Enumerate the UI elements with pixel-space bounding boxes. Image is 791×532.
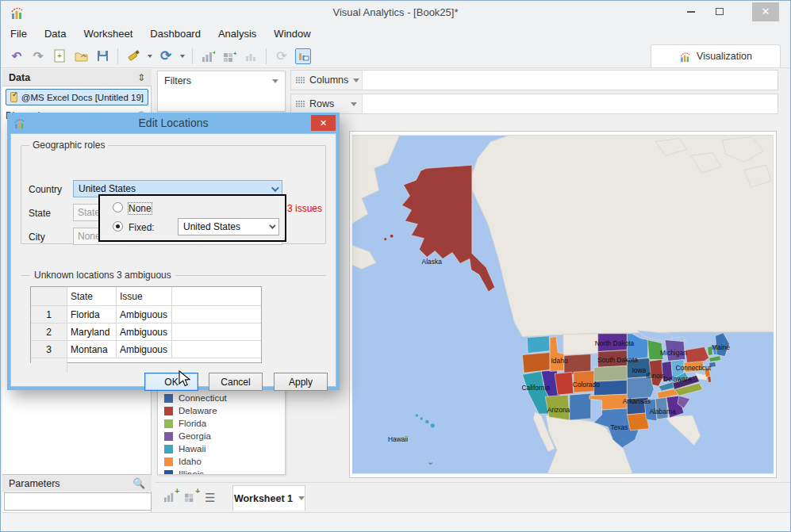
filters-shelf[interactable]: Filters <box>157 71 286 112</box>
legend-item-delaware[interactable]: Delaware <box>158 404 285 417</box>
table-cell[interactable]: Montana <box>67 341 117 358</box>
filters-dropdown-caret[interactable] <box>272 79 278 83</box>
worksheet-tab-caret[interactable] <box>298 496 305 500</box>
dialog-title-bar[interactable]: Edit Locations ✕ <box>10 113 336 133</box>
parameters-label: Parameters <box>9 478 60 489</box>
new-worksheet-icon[interactable]: + <box>163 491 176 505</box>
sheet-list-icon[interactable]: ☰ <box>205 491 215 505</box>
svg-text:+: + <box>233 50 236 57</box>
worksheet-tab-label: Worksheet 1 <box>234 493 293 504</box>
data-connection-item[interactable]: @MS Excel Docs [Untitled 19] <box>6 89 148 105</box>
table-filler <box>172 323 261 340</box>
map-label-arkansas: Arkansas <box>623 397 651 405</box>
table-header-cell[interactable]: Issue <box>117 287 172 305</box>
fixed-radio[interactable] <box>113 221 123 232</box>
menu-worksheet[interactable]: Worksheet <box>83 28 132 44</box>
country-value: United States <box>79 183 136 194</box>
country-chevron-icon[interactable] <box>271 184 279 192</box>
legend-label: Idaho <box>179 457 202 466</box>
apply-button[interactable]: Apply <box>274 373 328 391</box>
legend-item-idaho[interactable]: Idaho <box>158 455 285 468</box>
map-label-alaska: Alaska <box>422 258 443 266</box>
fixed-country-chevron-icon[interactable] <box>269 222 275 228</box>
mouse-cursor <box>179 370 191 388</box>
dialog-body: Geographic roles Country United States S… <box>10 133 336 387</box>
legend-item-florida[interactable]: Florida <box>158 417 285 430</box>
dialog-close-button[interactable]: ✕ <box>311 115 336 131</box>
legend-item-illinois[interactable]: Illinois <box>158 468 285 475</box>
legend-label: Delaware <box>179 406 217 415</box>
menu-window[interactable]: Window <box>274 28 310 44</box>
color-legend[interactable]: ConnecticutDelawareFloridaGeorgiaHawaiiI… <box>157 388 286 475</box>
table-cell[interactable]: Ambiguous <box>117 341 172 358</box>
legend-item-connecticut[interactable]: Connecticut <box>158 392 285 404</box>
new-file-icon[interactable]: + <box>52 48 67 64</box>
open-folder-icon[interactable] <box>73 48 89 64</box>
map-state-utah <box>555 372 574 395</box>
map-island <box>384 238 386 240</box>
add-chart-icon[interactable]: + <box>200 48 216 64</box>
map-label-illinois: Illinois <box>646 372 664 380</box>
datasource-icon <box>10 92 17 102</box>
sort-icon[interactable]: ⇕ <box>137 72 145 83</box>
menu-analysis[interactable]: Analysis <box>218 28 256 44</box>
sheet-tab-bar: + + ☰ Worksheet 1 <box>157 483 790 513</box>
map-view[interactable]: AlaskaHawaiiNorth DakotaSouth DakotaIdah… <box>349 131 777 478</box>
table-cell[interactable]: 2 <box>31 323 67 340</box>
maximize-button[interactable] <box>706 2 733 21</box>
menu-data[interactable]: Data <box>44 28 66 44</box>
us-map[interactable]: AlaskaHawaiiNorth DakotaSouth DakotaIdah… <box>352 134 774 475</box>
table-header-cell[interactable] <box>31 287 67 305</box>
visualization-tab[interactable]: Visualization <box>651 44 781 67</box>
menu-dashboard[interactable]: Dashboard <box>150 28 201 44</box>
redo-icon[interactable]: ↷ <box>30 48 46 64</box>
data-connection-label: @MS Excel Docs [Untitled 19] <box>21 93 144 102</box>
columns-dropdown-caret[interactable] <box>353 78 359 82</box>
rows-shelf[interactable]: Rows <box>290 94 778 114</box>
legend-label: Florida <box>179 419 206 428</box>
table-cell[interactable]: Ambiguous <box>117 306 172 323</box>
cancel-button[interactable]: Cancel <box>209 373 263 391</box>
worksheet-tab[interactable]: Worksheet 1 <box>232 485 305 511</box>
legend-item-hawaii[interactable]: Hawaii <box>158 442 285 455</box>
table-cell[interactable]: Maryland <box>67 323 117 340</box>
none-radio[interactable] <box>113 202 123 212</box>
table-cell[interactable]: Ambiguous <box>117 323 172 340</box>
unknown-locations-table[interactable]: StateIssue1FloridaAmbiguous2MarylandAmbi… <box>30 286 262 363</box>
columns-shelf[interactable]: Columns <box>290 70 778 90</box>
wand-dropdown-caret[interactable] <box>148 55 152 58</box>
map-island <box>420 417 424 420</box>
search-icon[interactable]: 🔍 <box>132 477 145 489</box>
minimize-button[interactable] <box>678 2 705 21</box>
toolbar: ↶ ↷ + ⟳ + + ⟳ <box>9 45 311 67</box>
table-cell[interactable]: 1 <box>31 306 67 323</box>
fixed-radio-label[interactable]: Fixed: <box>129 222 155 233</box>
none-radio-label[interactable]: None <box>129 203 152 214</box>
legend-item-georgia[interactable]: Georgia <box>158 430 285 442</box>
table-cell[interactable]: 3 <box>31 341 67 358</box>
map-island <box>425 420 428 423</box>
table-header-cell[interactable]: State <box>67 287 117 305</box>
legend-swatch <box>164 407 173 415</box>
new-dashboard-icon[interactable]: + <box>184 491 197 505</box>
undo-icon[interactable]: ↶ <box>9 48 25 64</box>
add-dashboard-icon[interactable]: + <box>221 48 237 64</box>
edit-locations-dialog: Edit Locations ✕ Geographic roles Countr… <box>7 113 340 390</box>
state-field-value: State <box>78 207 100 218</box>
rows-dropdown-caret[interactable] <box>351 102 357 106</box>
refresh-icon[interactable]: ⟳ <box>158 48 174 64</box>
filters-label: Filters <box>164 75 191 86</box>
table-cell[interactable]: Florida <box>67 306 117 323</box>
autofill-wand-icon[interactable] <box>125 48 141 64</box>
close-button[interactable]: ✕ <box>752 2 779 21</box>
parameters-input[interactable] <box>4 492 152 511</box>
show-visualization-icon[interactable] <box>295 48 311 64</box>
refresh-dropdown-caret[interactable] <box>180 55 185 58</box>
status-bar <box>1 512 790 532</box>
fixed-country-combobox[interactable]: United States <box>178 218 279 235</box>
city-field-value: None <box>78 231 101 242</box>
unknown-locations-group: Unknown locations 3 ambiguous <box>21 275 326 276</box>
legend-swatch <box>164 394 173 403</box>
save-icon[interactable] <box>94 48 110 64</box>
menu-file[interactable]: File <box>10 28 27 44</box>
